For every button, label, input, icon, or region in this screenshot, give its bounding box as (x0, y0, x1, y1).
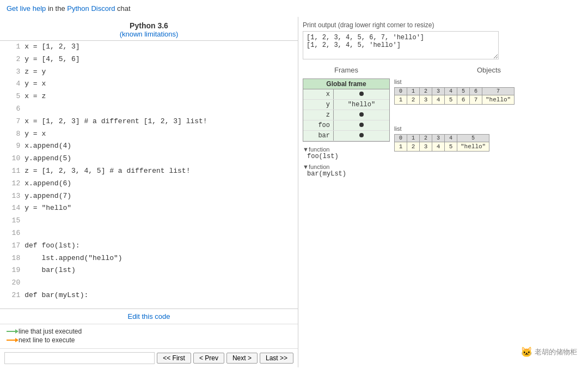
line-code (22, 277, 298, 289)
discord-link[interactable]: Python Discord (67, 4, 115, 13)
frames-header: Frames (303, 66, 390, 74)
frame-var-name: y (303, 100, 334, 110)
list-cell-index: 5 (457, 88, 469, 95)
watermark-text: 老胡的储物柜 (535, 347, 577, 357)
line-number: 9 (0, 140, 22, 153)
line-number: 18 (0, 252, 22, 265)
step-input[interactable] (4, 352, 155, 364)
output-line-2: [1, 2, 3, 4, 5, 'hello'] (307, 41, 495, 49)
line-code: x.append(4) (22, 140, 298, 153)
list-cell-value: 1 (395, 142, 407, 151)
line-number: 16 (0, 227, 22, 240)
func-name-2: bar(myLst) (307, 170, 390, 178)
list-cell-value: "hello" (457, 142, 489, 151)
objects-column: Objects list 011223344556677"hello" list… (394, 66, 584, 178)
legend-orange: next line to execute (7, 336, 291, 344)
line-code: y = "hello" (22, 202, 298, 215)
list-cell-value: 4 (432, 95, 444, 104)
frame-var-name: bar (303, 131, 334, 141)
line-code: z = y (22, 66, 298, 78)
line-code: x = z (22, 90, 298, 103)
line-number: 7 (0, 116, 22, 128)
line-code: x = [1, 2, 3] (22, 41, 298, 53)
list-cell: 67 (470, 88, 482, 104)
code-row: 7x = [1, 2, 3] # a different [1, 2, 3] l… (0, 116, 298, 128)
list-cell-index: 0 (395, 135, 407, 142)
line-number: 10 (0, 153, 22, 165)
line-number: 14 (0, 202, 22, 215)
line-code: def bar(myLst): (22, 289, 298, 302)
line-number: 13 (0, 190, 22, 203)
line-number: 20 (0, 277, 22, 289)
code-row: 8y = x (0, 128, 298, 141)
frame-var-row: bar (303, 131, 389, 141)
line-number: 19 (0, 264, 22, 277)
code-title: Python 3.6 (0, 21, 298, 30)
list-cell-index: 0 (395, 88, 407, 95)
list2: 01122334455"hello" (394, 134, 489, 152)
viz-container: Frames Global frame xy"hello"zfoobar ▼fu… (303, 66, 584, 178)
list-cell: 45 (445, 135, 457, 151)
next-button[interactable]: Next > (226, 353, 258, 364)
line-number: 12 (0, 178, 22, 190)
line-code (22, 215, 298, 227)
code-header: Python 3.6 (known limitations) (0, 17, 298, 41)
list-cell-index: 2 (420, 88, 432, 95)
pointer-dot (359, 92, 364, 96)
line-code: lst.append("hello") (22, 252, 298, 265)
list-cell-value: 5 (445, 95, 457, 104)
list2-container: list 01122334455"hello" (394, 125, 584, 156)
pointer-dot (359, 123, 364, 127)
code-row: 14y = "hello" (0, 202, 298, 215)
line-number: 17 (0, 240, 22, 252)
legend-green: line that just executed (7, 328, 291, 335)
first-button[interactable]: << First (157, 353, 191, 364)
list-cell-value: 2 (407, 95, 419, 104)
frame-var-row: foo (303, 120, 389, 131)
edit-code-link[interactable]: Edit this code (127, 312, 170, 320)
list1-container: list 011223344556677"hello" (394, 78, 584, 109)
main-container: Python 3.6 (known limitations) 1x = [1, … (0, 17, 588, 367)
line-number: 15 (0, 215, 22, 227)
output-section: Print output (drag lower right corner to… (303, 21, 584, 59)
green-arrow-icon (7, 328, 19, 335)
nav-bar: << First < Prev Next > Last >> (0, 348, 298, 367)
legend-bar: line that just executed next line to exe… (0, 324, 298, 348)
prev-button[interactable]: < Prev (193, 353, 224, 364)
code-row: 17def foo(lst): (0, 240, 298, 252)
left-panel: Python 3.6 (known limitations) 1x = [1, … (0, 17, 298, 367)
frame-vars-table: xy"hello"zfoobar (303, 89, 389, 141)
code-row: 10y.append(5) (0, 153, 298, 165)
frame-var-value: "hello" (334, 100, 389, 110)
frame-var-name: z (303, 110, 334, 120)
code-row: 11z = [1, 2, 3, 4, 5] # a different list… (0, 165, 298, 178)
list-cell: 45 (445, 88, 457, 104)
func-refs: ▼function foo(lst) ▼function bar(myLst) (303, 146, 390, 178)
objects-header: Objects (394, 66, 584, 74)
list-cell: 01 (395, 135, 407, 151)
list-cell-index: 5 (457, 135, 489, 142)
code-row: 18 lst.append("hello") (0, 252, 298, 265)
known-limitations-link[interactable]: (known limitations) (120, 30, 179, 38)
live-help-link[interactable]: Get live help (7, 4, 46, 13)
line-number: 4 (0, 78, 22, 90)
frame-var-row: x (303, 89, 389, 100)
line-number: 11 (0, 165, 22, 178)
list-cell-index: 3 (432, 135, 444, 142)
line-code: y.append(7) (22, 190, 298, 203)
list-cell: 12 (407, 88, 420, 104)
line-code (22, 103, 298, 116)
list-cell-value: 4 (432, 142, 444, 151)
list-cell-index: 3 (432, 88, 444, 95)
code-row: 1x = [1, 2, 3] (0, 41, 298, 53)
last-button[interactable]: Last >> (260, 353, 293, 364)
frame-var-value (334, 120, 389, 131)
output-label: Print output (drag lower right corner to… (303, 21, 584, 29)
frame-var-name: x (303, 89, 334, 100)
func-arrow-icon-1: ▼ (303, 146, 309, 153)
list-cell-value: 5 (445, 142, 457, 151)
frame-var-value (334, 110, 389, 120)
edit-bar: Edit this code (0, 309, 298, 324)
list-cell: 34 (432, 88, 445, 104)
list1-label: list (394, 78, 584, 85)
